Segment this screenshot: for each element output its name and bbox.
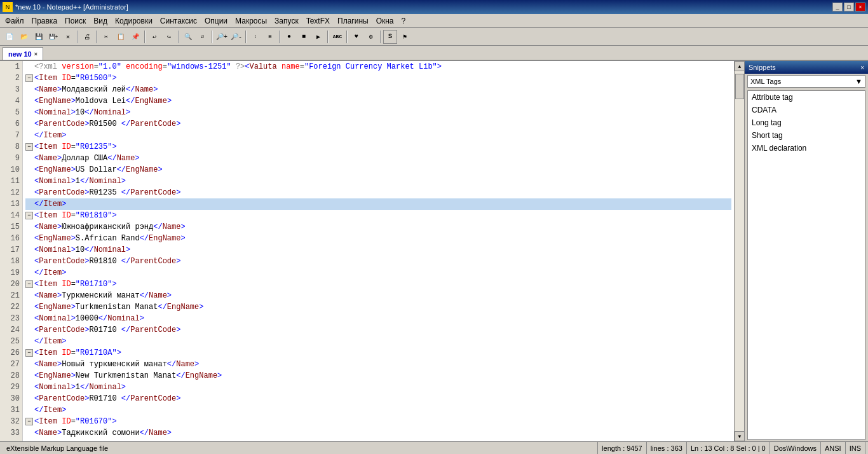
tab-close-icon[interactable]: × — [34, 51, 37, 57]
close-button-tb[interactable]: ✕ — [61, 30, 75, 44]
code-area[interactable]: <?xml version="1.0" encoding="windows-12… — [23, 61, 734, 441]
code-line[interactable]: − <Item ID="R01710"> — [25, 279, 731, 290]
save-all-button[interactable]: 💾+ — [46, 30, 60, 44]
code-line[interactable]: <ParentCode>R01810 </ParentCode> — [25, 256, 731, 267]
menu-encoding[interactable]: Кодировки — [111, 15, 156, 27]
code-line[interactable]: </Item> — [25, 336, 731, 347]
code-line[interactable]: <Nominal>10000</Nominal> — [25, 313, 731, 324]
menu-help[interactable]: ? — [398, 15, 410, 27]
code-line[interactable]: <?xml version="1.0" encoding="windows-12… — [25, 61, 731, 72]
code-line[interactable]: − <Item ID="R01500"> — [25, 72, 731, 84]
paste-button[interactable]: 📌 — [128, 30, 142, 44]
save-button[interactable]: 💾 — [32, 30, 46, 44]
abc-button[interactable]: ABC — [330, 30, 344, 44]
new-button[interactable]: 📄 — [3, 30, 17, 44]
scroll-thumb[interactable] — [735, 74, 744, 99]
separator-1 — [77, 31, 78, 43]
menu-options[interactable]: Опции — [201, 15, 231, 27]
code-line[interactable]: − <Item ID="R01235"> — [25, 141, 731, 153]
code-content: <Item ID="R01810"> — [34, 210, 117, 221]
settings-button[interactable]: ⚙ — [364, 30, 378, 44]
snippets-close-button[interactable]: × — [860, 64, 864, 71]
menu-file[interactable]: Файл — [1, 15, 28, 27]
code-line[interactable]: <ParentCode>R01710 </ParentCode> — [25, 324, 731, 336]
code-line[interactable]: <EngName>New Turkmenistan Manat</EngName… — [25, 370, 731, 382]
scroll-up-button[interactable]: ▲ — [735, 61, 744, 71]
code-line[interactable]: </Item> — [25, 404, 731, 416]
s-button[interactable]: S — [383, 30, 397, 44]
scroll-down-button[interactable]: ▼ — [735, 431, 744, 441]
code-line[interactable]: </Item> — [25, 198, 731, 210]
menu-plugins[interactable]: Плагины — [334, 15, 372, 27]
code-line[interactable]: <ParentCode>R01235 </ParentCode> — [25, 187, 731, 198]
fold-button[interactable]: − — [25, 280, 33, 288]
tab-new10[interactable]: new 10 × — [3, 47, 43, 60]
code-line[interactable]: − <Item ID="R01810"> — [25, 210, 731, 221]
code-line[interactable]: <Name>Туркменский манат</Name> — [25, 290, 731, 301]
macro-stop-button[interactable]: ■ — [297, 30, 311, 44]
close-button[interactable]: × — [855, 3, 865, 11]
sync-scroll-button[interactable]: ↕ — [248, 30, 262, 44]
code-line[interactable]: <Nominal>10</Nominal> — [25, 107, 731, 118]
menu-edit[interactable]: Правка — [28, 15, 62, 27]
sync-map-button[interactable]: ⊞ — [263, 30, 277, 44]
menu-run[interactable]: Запуск — [271, 15, 302, 27]
code-line[interactable]: <Nominal>1</Nominal> — [25, 382, 731, 393]
find-replace-button[interactable]: ⇄ — [196, 30, 210, 44]
code-content: <ParentCode>R01710 </ParentCode> — [34, 393, 180, 404]
code-line[interactable]: <EngName>Turkmenistan Manat</EngName> — [25, 301, 731, 313]
code-line[interactable]: <Name>Молдавский лей</Name> — [25, 84, 731, 95]
menu-view[interactable]: Вид — [90, 15, 111, 27]
menu-textfx[interactable]: TextFX — [302, 15, 334, 27]
snippet-item[interactable]: Short tag — [748, 129, 865, 142]
code-line[interactable]: <EngName>S.African Rand</EngName> — [25, 233, 731, 244]
code-line[interactable]: − <Item ID="R01710A"> — [25, 347, 731, 359]
fold-button[interactable]: − — [25, 74, 33, 82]
extra-button[interactable]: ⚑ — [398, 30, 412, 44]
code-line[interactable]: − <Item ID="R01670"> — [25, 416, 731, 427]
zoom-out-button[interactable]: 🔎- — [229, 30, 243, 44]
code-line[interactable]: <Nominal>1</Nominal> — [25, 175, 731, 187]
snippet-item[interactable]: XML declaration — [748, 142, 865, 155]
code-content: <EngName>S.African Rand</EngName> — [34, 233, 186, 244]
code-line[interactable]: <ParentCode>R01500 </ParentCode> — [25, 118, 731, 130]
snippet-item[interactable]: Attribute tag — [748, 91, 865, 104]
code-line[interactable]: <ParentCode>R01710 </ParentCode> — [25, 393, 731, 404]
macro-play-button[interactable]: ▶ — [311, 30, 325, 44]
open-button[interactable]: 📂 — [17, 30, 31, 44]
menu-search[interactable]: Поиск — [61, 15, 90, 27]
fold-button[interactable]: − — [25, 212, 33, 219]
zoom-in-button[interactable]: 🔎+ — [215, 30, 229, 44]
scroll-track[interactable] — [735, 71, 744, 431]
code-line[interactable]: <Name>Южноафриканский рэнд</Name> — [25, 221, 731, 233]
code-line[interactable]: </Item> — [25, 130, 731, 141]
copy-button[interactable]: 📋 — [114, 30, 128, 44]
menu-syntax[interactable]: Синтаксис — [156, 15, 201, 27]
heart-button[interactable]: ♥ — [349, 30, 363, 44]
snippet-item[interactable]: Long tag — [748, 116, 865, 129]
code-line[interactable]: <Nominal>10</Nominal> — [25, 244, 731, 256]
code-line[interactable]: </Item> — [25, 267, 731, 279]
find-button[interactable]: 🔍 — [181, 30, 195, 44]
fold-button[interactable]: − — [25, 418, 33, 425]
fold-button[interactable]: − — [25, 349, 33, 357]
snippets-dropdown[interactable]: XML Tags ▼ — [747, 75, 865, 88]
code-line[interactable]: <Name>Доллар США</Name> — [25, 153, 731, 164]
code-line[interactable]: <Name>Таджикский сомони</Name> — [25, 427, 731, 439]
menu-windows[interactable]: Окна — [372, 15, 398, 27]
maximize-button[interactable]: □ — [844, 3, 854, 11]
code-line[interactable]: <EngName>Moldova Lei</EngName> — [25, 95, 731, 107]
redo-button[interactable]: ↪ — [162, 30, 176, 44]
code-line[interactable]: <EngName>US Dollar</EngName> — [25, 164, 731, 175]
undo-button[interactable]: ↩ — [147, 30, 161, 44]
macro-button[interactable]: ● — [282, 30, 296, 44]
minimize-button[interactable]: _ — [832, 3, 843, 11]
menu-macros[interactable]: Макросы — [231, 15, 271, 27]
cut-button[interactable]: ✂ — [99, 30, 113, 44]
code-line[interactable]: <Name>Новый туркменский манат</Name> — [25, 359, 731, 370]
fold-button[interactable]: − — [25, 143, 33, 151]
snippet-item[interactable]: CDATA — [748, 104, 865, 116]
print-button[interactable]: 🖨 — [80, 30, 94, 44]
title-bar-buttons[interactable]: _ □ × — [832, 3, 865, 11]
vertical-scrollbar[interactable]: ▲ ▼ — [734, 61, 744, 441]
